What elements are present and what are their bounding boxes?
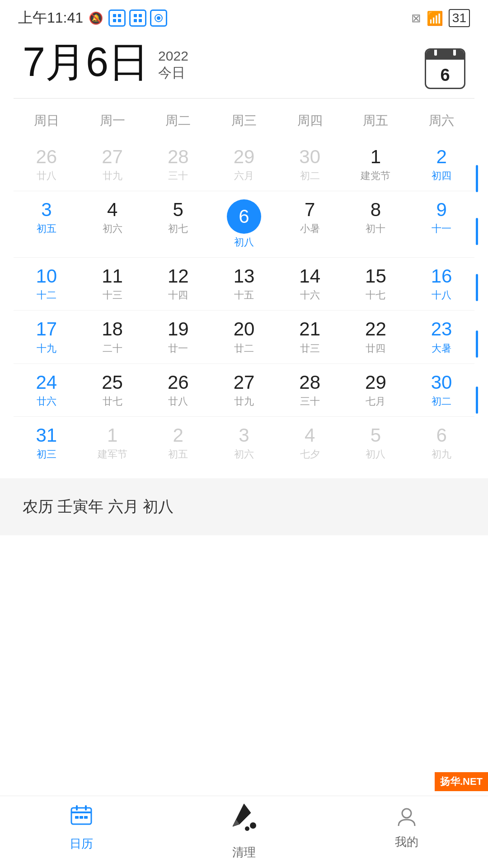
cell-num: 5 <box>173 199 183 220</box>
clean-nav-icon <box>224 795 264 841</box>
calendar-cell-r1c2[interactable]: 5初七 <box>145 191 211 257</box>
cell-lunar: 廿七 <box>103 395 122 408</box>
calendar-cell-r1c4[interactable]: 7小暑 <box>277 191 343 257</box>
svg-rect-5 <box>139 14 142 17</box>
nav-label-clean: 清理 <box>232 844 256 860</box>
cell-num: 4 <box>107 199 117 220</box>
calendar-cell-r5c5[interactable]: 5初八 <box>343 417 409 469</box>
cell-lunar: 廿八 <box>168 395 188 408</box>
calendar-cell-r1c3[interactable]: 6初八 <box>211 191 277 257</box>
cell-num: 29 <box>234 146 255 167</box>
cell-lunar: 十二 <box>37 288 56 302</box>
cell-num: 14 <box>299 266 320 287</box>
calendar-cell-r0c5[interactable]: 1建党节 <box>343 138 409 191</box>
calendar-cell-r3c6[interactable]: 23大暑 <box>408 311 474 363</box>
cell-num: 1 <box>371 146 381 167</box>
calendar-cell-r4c4[interactable]: 28三十 <box>277 364 343 416</box>
nav-item-clean[interactable]: 清理 <box>203 795 285 860</box>
calendar-cell-r4c5[interactable]: 29七月 <box>343 364 409 416</box>
calendar-cell-r0c0[interactable]: 26廿八 <box>14 138 80 191</box>
calendar-cell-r4c3[interactable]: 27廿九 <box>211 364 277 416</box>
calendar-cell-r5c2[interactable]: 2初五 <box>145 417 211 469</box>
calendar-cell-r2c1[interactable]: 11十三 <box>80 258 145 310</box>
calendar-cell-r5c6[interactable]: 6初九 <box>408 417 474 469</box>
calendar-icon-button[interactable]: 6 <box>425 48 465 89</box>
svg-rect-11 <box>71 811 91 813</box>
calendar-cell-r3c3[interactable]: 20廿二 <box>211 311 277 363</box>
calendar-cell-r5c1[interactable]: 1建军节 <box>80 417 145 469</box>
cell-lunar: 二十 <box>103 342 122 355</box>
calendar-cell-r0c2[interactable]: 28三十 <box>145 138 211 191</box>
calendar-cell-r4c1[interactable]: 25廿七 <box>80 364 145 416</box>
cell-num: 11 <box>102 266 123 287</box>
calendar-cell-r2c3[interactable]: 13十五 <box>211 258 277 310</box>
spacer <box>0 544 488 770</box>
weekday-thu: 周四 <box>277 108 343 134</box>
cell-num: 8 <box>371 199 381 220</box>
nav-item-profile[interactable]: 我的 <box>366 805 447 850</box>
calendar-cell-r1c0[interactable]: 3初五 <box>14 191 80 257</box>
cell-num: 20 <box>234 319 255 340</box>
cell-num: 27 <box>102 146 123 167</box>
calendar-cell-r4c2[interactable]: 26廿八 <box>145 364 211 416</box>
svg-point-20 <box>245 826 249 831</box>
calendar-nav-icon <box>70 803 93 832</box>
cell-num: 2 <box>173 425 183 446</box>
watermark-text: 扬华.NET <box>440 776 483 787</box>
cell-lunar: 廿四 <box>366 342 385 355</box>
cell-lunar: 十七 <box>366 288 385 302</box>
calendar-cell-r2c4[interactable]: 14十六 <box>277 258 343 310</box>
cell-num: 4 <box>305 425 315 446</box>
calendar-cell-r5c0[interactable]: 31初三 <box>14 417 80 469</box>
calendar-cell-r1c5[interactable]: 8初十 <box>343 191 409 257</box>
cell-num: 6 <box>227 199 261 234</box>
status-right: ⊠ 📶 31 <box>411 9 470 27</box>
cell-num: 13 <box>234 266 255 287</box>
cell-num: 25 <box>102 372 123 393</box>
cal-icon-top <box>426 50 464 60</box>
weekday-wed: 周三 <box>211 108 277 134</box>
cell-lunar: 七夕 <box>300 448 320 461</box>
cell-num: 30 <box>431 372 452 393</box>
cell-num: 3 <box>239 425 249 446</box>
svg-rect-12 <box>76 805 78 811</box>
calendar-cell-r0c6[interactable]: 2初四 <box>408 138 474 191</box>
svg-rect-3 <box>118 19 121 22</box>
calendar-cell-r1c6[interactable]: 9十一 <box>408 191 474 257</box>
cell-lunar: 廿一 <box>168 342 188 355</box>
calendar-cell-r0c1[interactable]: 27廿九 <box>80 138 145 191</box>
calendar-cell-r2c5[interactable]: 15十七 <box>343 258 409 310</box>
cell-lunar: 十一 <box>432 222 451 236</box>
cell-num: 22 <box>365 319 386 340</box>
cell-lunar: 大暑 <box>432 342 451 355</box>
cell-lunar: 十五 <box>234 288 254 302</box>
cell-lunar: 十四 <box>168 288 188 302</box>
cell-lunar: 初六 <box>234 448 254 461</box>
calendar-cell-r4c6[interactable]: 30初二 <box>408 364 474 416</box>
calendar-cell-r1c1[interactable]: 4初六 <box>80 191 145 257</box>
calendar-cell-r5c3[interactable]: 3初六 <box>211 417 277 469</box>
cell-lunar: 廿六 <box>37 395 56 408</box>
calendar-cell-r5c4[interactable]: 4七夕 <box>277 417 343 469</box>
bottom-nav: 日历 清理 我的 <box>0 796 488 868</box>
calendar-cell-r2c6[interactable]: 16十八 <box>408 258 474 310</box>
cell-num: 10 <box>36 266 57 287</box>
calendar-cell-r3c4[interactable]: 21廿三 <box>277 311 343 363</box>
calendar-cell-r4c0[interactable]: 24廿六 <box>14 364 80 416</box>
header-year: 2022 <box>158 48 188 64</box>
calendar-cell-r3c0[interactable]: 17十九 <box>14 311 80 363</box>
cell-lunar: 廿二 <box>234 342 254 355</box>
calendar-cell-r2c0[interactable]: 10十二 <box>14 258 80 310</box>
weekday-headers: 周日 周一 周二 周三 周四 周五 周六 <box>0 99 488 138</box>
nav-item-calendar[interactable]: 日历 <box>41 803 122 852</box>
cell-num: 28 <box>299 372 320 393</box>
info-section: 农历 壬寅年 六月 初八 <box>0 478 488 535</box>
calendar-cell-r3c2[interactable]: 19廿一 <box>145 311 211 363</box>
calendar-cell-r3c5[interactable]: 22廿四 <box>343 311 409 363</box>
calendar-cell-r2c2[interactable]: 12十四 <box>145 258 211 310</box>
svg-rect-1 <box>118 14 121 17</box>
calendar-cell-r3c1[interactable]: 18二十 <box>80 311 145 363</box>
calendar-cell-r0c3[interactable]: 29六月 <box>211 138 277 191</box>
cell-lunar: 廿八 <box>37 169 56 183</box>
calendar-cell-r0c4[interactable]: 30初二 <box>277 138 343 191</box>
